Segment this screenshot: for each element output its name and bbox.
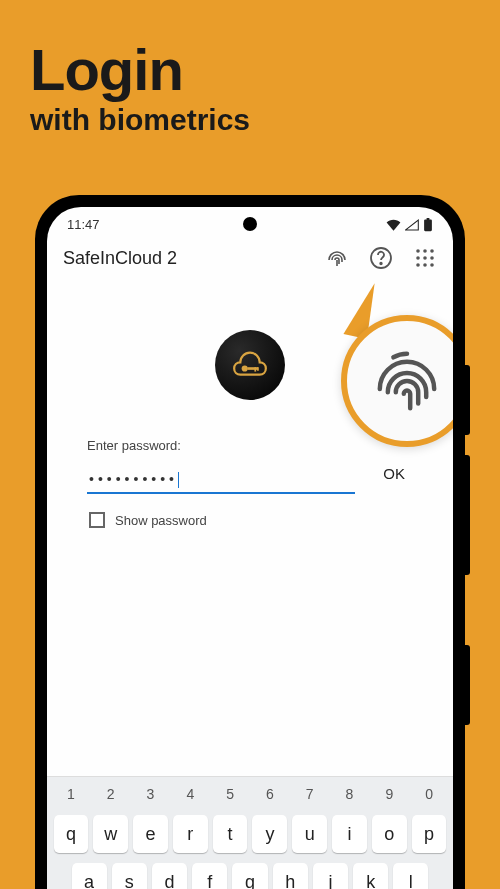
show-password-checkbox[interactable] [89,512,105,528]
status-icons [386,218,433,232]
fingerprint-icon [367,341,447,421]
key-u[interactable]: u [292,815,327,853]
svg-rect-15 [254,367,256,371]
key-5[interactable]: 5 [213,783,248,805]
key-j[interactable]: j [313,863,348,889]
svg-point-9 [430,256,434,260]
key-g[interactable]: g [232,863,267,889]
keyboard-number-row: 1234567890 [51,783,449,805]
key-e[interactable]: e [133,815,168,853]
key-k[interactable]: k [353,863,388,889]
svg-rect-16 [257,367,259,371]
key-i[interactable]: i [332,815,367,853]
camera-hole [243,217,257,231]
password-label: Enter password: [87,438,413,453]
key-w[interactable]: w [93,815,128,853]
signal-icon [405,219,419,231]
key-8[interactable]: 8 [332,783,367,805]
battery-icon [423,218,433,232]
ok-button[interactable]: OK [375,459,413,494]
svg-point-7 [416,256,420,260]
svg-point-10 [416,263,420,267]
svg-point-8 [423,256,427,260]
hero-subtitle: with biometrics [30,103,470,137]
svg-point-3 [380,263,382,265]
key-t[interactable]: t [213,815,248,853]
hero: Login with biometrics [0,0,500,147]
keyboard[interactable]: 1234567890 qwertyuiop asdfghjkl [47,776,453,889]
svg-rect-14 [247,367,258,370]
keyboard-row-1: qwertyuiop [51,815,449,853]
key-4[interactable]: 4 [173,783,208,805]
svg-point-13 [242,365,248,371]
key-q[interactable]: q [54,815,89,853]
key-r[interactable]: r [173,815,208,853]
key-1[interactable]: 1 [54,783,89,805]
key-0[interactable]: 0 [412,783,447,805]
key-a[interactable]: a [72,863,107,889]
dialpad-button[interactable] [413,246,437,270]
login-form: Enter password: •••••••••• OK Show passw… [77,438,423,528]
key-2[interactable]: 2 [93,783,128,805]
phone-side-button [465,455,470,575]
key-f[interactable]: f [192,863,227,889]
svg-point-12 [430,263,434,267]
key-3[interactable]: 3 [133,783,168,805]
phone-screen: 11:47 SafeInCloud 2 [47,207,453,889]
show-password-label: Show password [115,513,207,528]
key-9[interactable]: 9 [372,783,407,805]
key-7[interactable]: 7 [292,783,327,805]
svg-rect-0 [424,219,432,231]
app-bar: SafeInCloud 2 [47,236,453,280]
hero-title: Login [30,36,470,103]
password-input[interactable]: •••••••••• [87,467,355,494]
wifi-icon [386,219,401,231]
svg-point-11 [423,263,427,267]
help-button[interactable] [369,246,393,270]
keyboard-row-2: asdfghjkl [51,863,449,889]
status-bar: 11:47 [47,207,453,236]
key-d[interactable]: d [152,863,187,889]
key-h[interactable]: h [273,863,308,889]
svg-point-5 [423,249,427,253]
key-o[interactable]: o [372,815,407,853]
show-password-row[interactable]: Show password [87,512,413,528]
key-y[interactable]: y [252,815,287,853]
app-logo [215,330,285,400]
app-title: SafeInCloud 2 [63,248,317,269]
key-6[interactable]: 6 [252,783,287,805]
key-p[interactable]: p [412,815,447,853]
status-time: 11:47 [67,217,100,232]
phone-side-button [465,645,470,725]
key-s[interactable]: s [112,863,147,889]
fingerprint-button[interactable] [325,246,349,270]
key-l[interactable]: l [393,863,428,889]
svg-rect-1 [426,218,429,220]
phone-frame: 11:47 SafeInCloud 2 [35,195,465,889]
phone-side-button [465,365,470,435]
svg-point-4 [416,249,420,253]
svg-point-6 [430,249,434,253]
